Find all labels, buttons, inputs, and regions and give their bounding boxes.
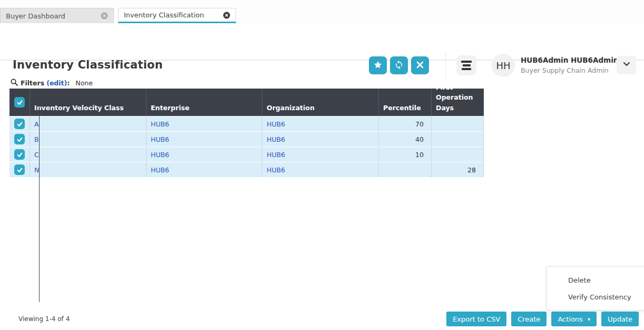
row-checkbox[interactable] — [14, 119, 25, 129]
cell-percentile — [378, 162, 431, 177]
refresh-button[interactable] — [390, 56, 408, 74]
user-avatar[interactable]: HH — [492, 54, 515, 77]
row-checkbox[interactable] — [14, 164, 25, 175]
create-button[interactable]: Create — [511, 312, 547, 326]
filters-bar: Filters (edit): None — [11, 79, 93, 88]
close-icon — [416, 61, 424, 70]
page-header: Inventory Classification HH HUB6Admin HU… — [0, 23, 644, 61]
caret-down-icon: ▾ — [588, 316, 590, 322]
column-header-velocity-class[interactable]: Inventory Velocity Class — [30, 89, 146, 116]
cell-organization: HUB6 — [262, 132, 378, 147]
table-header-row: Inventory Velocity Class Enterprise Orga… — [9, 89, 484, 116]
filters-label: Filters — [21, 79, 44, 87]
cell-first-operation-days — [431, 117, 484, 131]
favorite-button[interactable] — [369, 56, 387, 74]
export-to-csv-button[interactable]: Export to CSV — [446, 312, 506, 326]
cell-organization: HUB6 — [262, 147, 378, 162]
tab-close-icon[interactable] — [101, 12, 108, 20]
cell-enterprise: HUB6 — [146, 147, 262, 162]
row-checkbox-cell — [9, 162, 30, 177]
cell-velocity-class: A — [30, 117, 146, 131]
actions-button[interactable]: Actions ▾ — [551, 312, 597, 326]
column-header-enterprise[interactable]: Enterprise — [146, 89, 262, 116]
table-row[interactable]: N HUB6 HUB6 28 — [9, 162, 484, 177]
filters-edit-link[interactable]: (edit) — [46, 79, 67, 87]
cell-enterprise: HUB6 — [146, 117, 262, 131]
footer-button-bar: Export to CSV Create Actions ▾ Update — [446, 312, 639, 326]
row-checkbox-cell — [9, 117, 30, 131]
menu-item-verify-consistency[interactable]: Verify Consistency — [547, 289, 644, 306]
column-header-percentile[interactable]: Percentile — [378, 89, 431, 116]
cell-velocity-class: B — [30, 132, 146, 147]
row-checkbox-cell — [9, 132, 30, 147]
cell-enterprise: HUB6 — [146, 132, 262, 147]
tab-bar: Buyer Dashboard Inventory Classification — [0, 0, 644, 23]
cell-percentile: 10 — [378, 147, 431, 162]
page-title: Inventory Classification — [13, 59, 163, 71]
cell-first-operation-days — [431, 147, 484, 162]
cell-first-operation-days: 28 — [431, 162, 484, 177]
cell-percentile: 70 — [378, 117, 431, 131]
user-role: Buyer Supply Chain Admin — [521, 66, 609, 74]
tab-label: Inventory Classification — [124, 11, 204, 19]
tab-buyer-dashboard[interactable]: Buyer Dashboard — [0, 8, 114, 23]
viewing-status: Viewing 1-4 of 4 — [18, 315, 70, 323]
menu-item-delete[interactable]: Delete — [547, 272, 644, 289]
select-all-cell — [9, 89, 30, 116]
close-screen-button[interactable] — [411, 56, 429, 74]
actions-dropdown-menu: Delete Verify Consistency — [547, 266, 644, 310]
actions-button-label: Actions — [558, 315, 583, 323]
table-row[interactable]: A HUB6 HUB6 70 — [9, 116, 484, 131]
cell-velocity-class: N — [30, 162, 146, 177]
tab-close-icon[interactable] — [223, 12, 230, 19]
cell-organization: HUB6 — [262, 117, 378, 131]
main-menu-button[interactable] — [456, 55, 476, 75]
filters-colon: : — [67, 79, 70, 87]
select-all-checkbox[interactable] — [14, 97, 25, 108]
table-row[interactable]: B HUB6 HUB6 40 — [9, 131, 484, 147]
header-divider — [445, 52, 446, 79]
tab-label: Buyer Dashboard — [6, 12, 65, 20]
table-row[interactable]: C HUB6 HUB6 10 — [9, 147, 484, 162]
row-checkbox[interactable] — [14, 149, 25, 160]
cell-first-operation-days — [431, 132, 484, 147]
menu-icon — [461, 61, 472, 70]
chevron-down-icon — [622, 61, 631, 69]
cell-enterprise: HUB6 — [146, 162, 262, 177]
column-resize-line[interactable] — [39, 89, 40, 302]
row-checkbox[interactable] — [14, 134, 25, 144]
header-action-buttons — [369, 56, 429, 74]
column-header-organization[interactable]: Organization — [262, 89, 378, 116]
cell-percentile: 40 — [378, 132, 431, 147]
user-name: HUB6Admin HUB6Admin — [521, 56, 618, 64]
update-button[interactable]: Update — [601, 312, 639, 326]
cell-velocity-class: C — [30, 147, 146, 162]
tab-inventory-classification[interactable]: Inventory Classification — [118, 8, 236, 23]
column-header-first-operation-days[interactable]: First Operation Days — [431, 89, 484, 116]
filters-value: None — [75, 79, 93, 87]
cell-organization: HUB6 — [262, 162, 378, 177]
star-icon — [373, 60, 383, 71]
row-checkbox-cell — [9, 147, 30, 162]
search-icon — [11, 79, 18, 88]
inventory-classification-table: Inventory Velocity Class Enterprise Orga… — [9, 89, 484, 177]
user-menu-button[interactable] — [617, 56, 636, 74]
refresh-icon — [394, 60, 404, 71]
avatar-initials: HH — [496, 60, 510, 71]
